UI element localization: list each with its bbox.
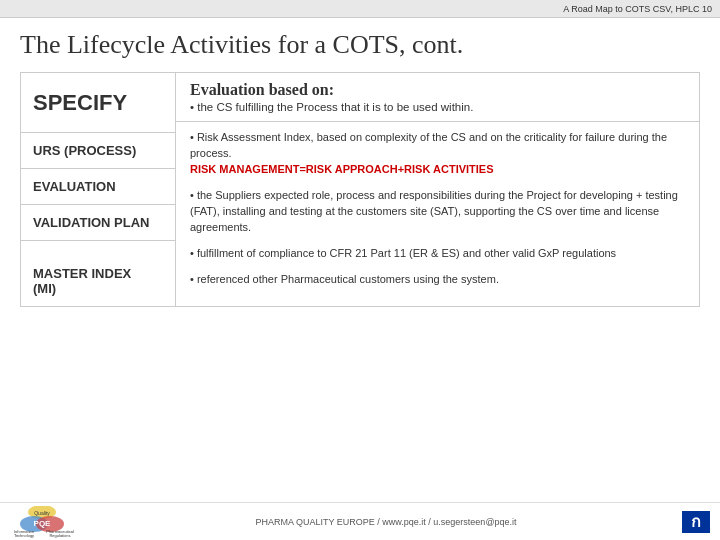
- main-content: The Lifecycle Activities for a COTS, con…: [0, 18, 720, 315]
- eval-bullet-4: • referenced other Pharmaceutical custom…: [190, 272, 685, 288]
- sidebar-item-specify: SPECIFY: [21, 73, 175, 133]
- top-bar: A Road Map to COTS CSV, HPLC 10: [0, 0, 720, 18]
- sidebar-item-validation-plan: VALIDATION PLAN: [21, 205, 175, 241]
- svg-text:PQE: PQE: [34, 519, 52, 528]
- svg-text:ก: ก: [691, 513, 701, 530]
- eval-body: • Risk Assessment Index, based on comple…: [176, 122, 699, 306]
- eval-bullet-1: • Risk Assessment Index, based on comple…: [190, 130, 685, 178]
- logo-svg: Quality PQE Information Technology Pharm…: [10, 506, 75, 538]
- sidebar-item-master-index: MASTER INDEX (MI): [21, 241, 175, 306]
- page-title: The Lifecycle Activities for a COTS, con…: [20, 30, 700, 60]
- sidebar-item-evaluation: EVALUATION: [21, 169, 175, 205]
- eval-header: Evaluation based on: • the CS fulfilling…: [176, 73, 699, 122]
- content-grid: SPECIFY URS (PROCESS) EVALUATION VALIDAT…: [20, 72, 700, 307]
- svg-text:Regulations: Regulations: [49, 533, 70, 538]
- top-bar-text: A Road Map to COTS CSV, HPLC 10: [563, 4, 712, 14]
- eval-subtitle: • the CS fulfilling the Process that it …: [190, 101, 685, 113]
- svg-text:Technology: Technology: [14, 533, 34, 538]
- risk-management-text: RISK MANAGEMENT=RISK APPROACH+RISK ACTIV…: [190, 163, 494, 175]
- svg-text:Quality: Quality: [34, 510, 50, 516]
- eval-bullet-3: • fulfillment of compliance to CFR 21 Pa…: [190, 246, 685, 262]
- left-sidebar: SPECIFY URS (PROCESS) EVALUATION VALIDAT…: [21, 73, 176, 306]
- eval-title: Evaluation based on:: [190, 81, 685, 99]
- eval-bullet-2: • the Suppliers expected role, process a…: [190, 188, 685, 236]
- pqe-logo: Quality PQE Information Technology Pharm…: [10, 506, 80, 538]
- footer-brand-icon: ก: [682, 511, 710, 533]
- sidebar-item-urs: URS (PROCESS): [21, 133, 175, 169]
- right-content: Evaluation based on: • the CS fulfilling…: [176, 73, 699, 306]
- footer-company-text: PHARMA QUALITY EUROPE / www.pqe.it / u.s…: [90, 517, 682, 527]
- footer: Quality PQE Information Technology Pharm…: [0, 502, 720, 540]
- brand-icon-svg: ก: [682, 511, 710, 533]
